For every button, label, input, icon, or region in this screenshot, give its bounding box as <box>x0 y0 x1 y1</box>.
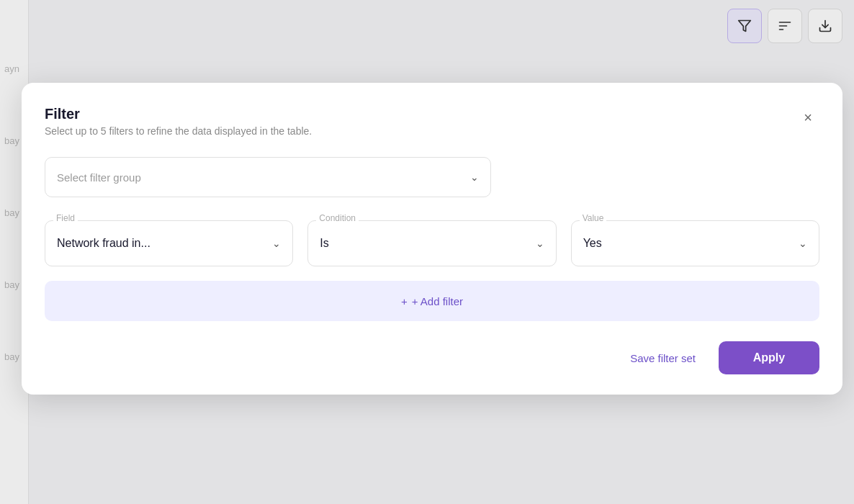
field-select[interactable]: Network fraud in... ⌄ <box>45 220 293 266</box>
condition-select[interactable]: Is ⌄ <box>307 220 556 266</box>
filter-group-placeholder: Select filter group <box>57 171 141 184</box>
value-label: Value <box>580 213 607 223</box>
modal-subtitle: Select up to 5 filters to refine the dat… <box>45 125 312 137</box>
field-value: Network fraud in... <box>57 237 150 250</box>
field-chevron-icon: ⌄ <box>272 238 281 249</box>
modal-header: Filter Select up to 5 filters to refine … <box>45 106 819 137</box>
filter-row: Field Network fraud in... ⌄ Condition Is… <box>45 220 819 266</box>
modal-footer: Save filter set Apply <box>45 341 819 374</box>
chevron-down-icon: ⌄ <box>470 171 479 183</box>
save-filter-button[interactable]: Save filter set <box>619 343 707 373</box>
close-button[interactable]: × <box>796 106 819 129</box>
apply-label: Apply <box>753 351 785 364</box>
add-filter-label: + Add filter <box>412 295 463 307</box>
close-icon: × <box>804 109 812 126</box>
save-filter-label: Save filter set <box>630 352 696 364</box>
condition-chevron-icon: ⌄ <box>536 238 544 249</box>
field-label: Field <box>53 213 78 223</box>
apply-button[interactable]: Apply <box>719 341 819 374</box>
filter-group-select[interactable]: Select filter group ⌄ <box>45 157 491 197</box>
add-filter-button[interactable]: + + Add filter <box>45 281 819 321</box>
modal-title: Filter <box>45 106 312 122</box>
filter-modal: Filter Select up to 5 filters to refine … <box>22 83 842 395</box>
condition-value: Is <box>320 237 328 250</box>
value-select-container: Value Yes ⌄ <box>571 220 819 266</box>
modal-header-text: Filter Select up to 5 filters to refine … <box>45 106 312 137</box>
value-chevron-icon: ⌄ <box>799 238 807 249</box>
value-select[interactable]: Yes ⌄ <box>571 220 819 266</box>
condition-label: Condition <box>316 213 359 223</box>
field-select-container: Field Network fraud in... ⌄ <box>45 220 293 266</box>
add-filter-icon: + <box>401 295 408 307</box>
value-value: Yes <box>583 237 602 250</box>
condition-select-container: Condition Is ⌄ <box>307 220 556 266</box>
